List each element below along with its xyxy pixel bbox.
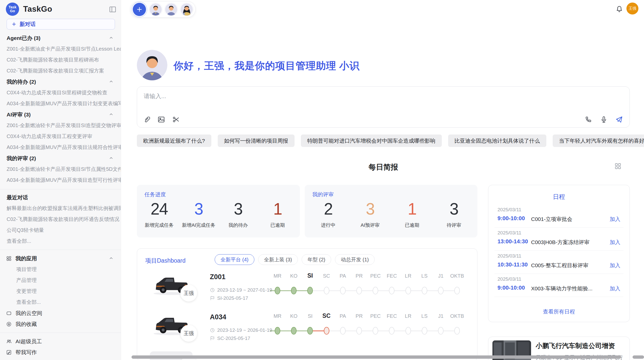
sidebar-tool-帮我写作[interactable]: 帮我写作	[0, 347, 121, 358]
milestone-dot	[438, 327, 444, 335]
recent-chat-item[interactable]: 查看全部...	[0, 236, 121, 247]
schedule-name: X003-车辆动力学性能验...	[531, 285, 593, 292]
metric-value: 2	[307, 200, 349, 218]
metric-value: 3	[179, 200, 218, 218]
phone-icon[interactable]	[585, 116, 592, 123]
suggestion-chip[interactable]: 当下年轻人对汽车外观有怎样的喜好趋势	[553, 134, 644, 147]
grid-icon[interactable]	[614, 163, 621, 170]
dashboard-tab[interactable]: 动总开发 (1)	[335, 254, 375, 265]
sidebar-tool-AI超级员工[interactable]: AI超级员工	[0, 336, 121, 347]
my-apps-label: 我的应用	[16, 253, 37, 264]
agent-avatar-1[interactable]	[149, 3, 162, 16]
metric-label: 已逾期	[391, 222, 433, 229]
clock-icon	[210, 328, 215, 333]
project-dates: 2023-12-19 ~ 2026-01-19	[210, 327, 272, 333]
schedule-time: 10:30-11:30	[497, 261, 528, 268]
stat-card-title: 任务进度	[144, 191, 166, 198]
chat-input[interactable]: 请输入...	[137, 86, 630, 128]
sidebar-item[interactable]: C0X4-动力总成开发项目工程变更评审	[0, 131, 121, 142]
sidebar-item[interactable]: A034-全新新能源MUV产品开发项目法规符合性评审	[0, 142, 121, 153]
suggestion-chip[interactable]: 欧洲新规最近颁布了什么?	[137, 134, 211, 147]
app-item[interactable]: 产品管理	[0, 275, 121, 286]
sidebar-item[interactable]: Z001-全新燃油皮卡产品开发项目SI节点Lesson Learn报告	[0, 43, 121, 54]
milestone-dot	[307, 327, 313, 335]
agent-avatar-2[interactable]	[165, 3, 178, 16]
recent-chat-item[interactable]: 公司Q3轻卡销量	[0, 225, 121, 236]
scissors-icon[interactable]	[172, 116, 180, 123]
recent-chat-item[interactable]: C02-飞腾新能源轻客改款项目的闭环通告反馈情况	[0, 214, 121, 225]
milestone-label: J1	[433, 313, 449, 319]
schedule-date: 2025/03/11	[497, 207, 521, 213]
project-row[interactable]: 王强A0342023-12-19 ~ 2026-01-19SC-2025-05-…	[137, 311, 477, 351]
user-avatar[interactable]: 王强	[626, 3, 638, 14]
notification-bell-icon[interactable]	[616, 5, 623, 13]
app-item[interactable]: 查看全部...	[0, 297, 121, 308]
image-icon[interactable]	[157, 116, 165, 123]
suggestion-chip[interactable]: 比亚迪全固态电池计划具体说了什么	[448, 134, 546, 147]
stat-card: 任务进度24新增完成任务3新增AI完成任务3我的待办1已逾期	[137, 185, 300, 237]
milestone-dot	[373, 287, 378, 294]
sidebar-item[interactable]: A034-全新新能源MUV产品开发项目造型可行性评审	[0, 175, 121, 186]
schedule-item: 2025/03/1110:30-11:30C005-整车工程目标评审加入	[494, 251, 623, 274]
dashboard-tab[interactable]: 全新平台 (4)	[215, 254, 254, 265]
sidebar-link-我的收藏[interactable]: 我的收藏	[0, 319, 121, 329]
metric-value: 3	[349, 200, 391, 218]
plus-icon	[136, 6, 143, 13]
schedule-item: 2025/03/119:00-10:00C001-立项审批会加入	[494, 204, 623, 228]
dashboard-title: 项目Dashboard	[145, 257, 186, 265]
project-owner-badge: 王强	[180, 325, 197, 342]
horizontal-scrollbar[interactable]	[131, 355, 621, 359]
sidebar-item[interactable]: C02-飞腾新能源轻客改款项目里程碑画布	[0, 54, 121, 65]
sidebar-section-title[interactable]: 我的待办 (2)	[0, 76, 121, 87]
sidebar-collapse-icon[interactable]	[109, 6, 116, 13]
sidebar-item[interactable]: Z001-全新燃油轻卡产品开发项目SI造型提交物评审	[0, 120, 121, 131]
app-item[interactable]: 变更管理	[0, 286, 121, 297]
milestone-label: PR	[351, 313, 367, 319]
dashboard-tab[interactable]: 年型 (2)	[302, 254, 331, 265]
recent-chat-item[interactable]: 解释最新出台的欧盟报废车法规再生塑料比例被调到15%...	[0, 203, 121, 214]
join-meeting-link[interactable]: 加入	[610, 239, 620, 246]
sidebar-item[interactable]: C0X4-动力总成开发项目SI里程碑提交物检查	[0, 87, 121, 98]
new-chat-button[interactable]: 新对话	[7, 19, 115, 29]
sidebar-scroll-area: Agent已办 (3)Z001-全新燃油皮卡产品开发项目SI节点Lesson L…	[0, 33, 121, 360]
project-flag-milestone: SI-2025-05-17	[210, 295, 248, 301]
sidebar-section-title[interactable]: 我的评审 (2)	[0, 153, 121, 164]
sidebar-item[interactable]: Z001-全新燃油轻卡产品开发项目SI节点属性5D文件评审	[0, 164, 121, 175]
sidebar-tool-创意制图[interactable]: 创意制图	[0, 358, 121, 360]
join-meeting-link[interactable]: 加入	[610, 262, 620, 269]
add-agent-button[interactable]	[133, 3, 146, 16]
sidebar-section-title[interactable]: Agent已办 (3)	[0, 33, 121, 43]
milestone-timeline: MRKOSISCPAPRPECFECLRLSJ1OKTB	[269, 271, 468, 302]
sidebar-section-title[interactable]: AI评审 (3)	[0, 109, 121, 120]
sidebar-link-我的云空间[interactable]: 我的云空间	[0, 308, 121, 319]
horizontal-scrollbar-right[interactable]	[633, 355, 644, 359]
join-meeting-link[interactable]: 加入	[610, 285, 620, 292]
view-all-schedule-link[interactable]: 查看所有日程	[488, 308, 630, 315]
app-item[interactable]: 项目管理	[0, 264, 121, 275]
schedule-name: C001-立项审批会	[531, 216, 572, 223]
milestone-label: J1	[433, 273, 449, 279]
metric: 1已逾期	[391, 200, 433, 229]
join-meeting-link[interactable]: 加入	[610, 216, 620, 223]
chevron-up-icon	[109, 256, 114, 261]
schedule-card: 日程 2025/03/119:00-10:00C001-立项审批会加入2025/…	[488, 185, 630, 322]
sidebar-item[interactable]: C02-飞腾新能源轻客改款项目立项汇报方案	[0, 65, 121, 76]
greeting-text: 你好，王强，我是你的项目管理助理 小识	[173, 59, 360, 73]
suggestion-chip[interactable]: 如何写一份清晰的项目周报	[218, 134, 295, 147]
recent-chats-title: 最近对话	[0, 192, 121, 203]
milestone-label: LS	[416, 313, 433, 319]
send-icon[interactable]	[615, 116, 623, 123]
microphone-icon[interactable]	[600, 116, 608, 123]
suggestion-chip[interactable]: 特朗普可能对进口汽车增税会对中国车企造成哪些影响	[301, 134, 442, 147]
milestone-label: LR	[400, 313, 416, 319]
milestone-label: PEC	[367, 313, 384, 319]
project-row[interactable]: 王强Z0012023-12-19 ~ 2027-01-19SI-2025-05-…	[137, 271, 477, 311]
milestone-dot	[422, 327, 427, 335]
sidebar-item[interactable]: A034-全新新能源MUV产品开发项目计划变更表编写	[0, 98, 121, 109]
plus-icon	[11, 22, 17, 27]
my-apps-title[interactable]: 我的应用	[0, 253, 121, 264]
milestone-dot	[454, 287, 460, 294]
paperclip-icon[interactable]	[143, 116, 150, 123]
dashboard-tab[interactable]: 全新上装 (3)	[258, 254, 298, 265]
agent-avatar-3[interactable]	[180, 3, 193, 16]
